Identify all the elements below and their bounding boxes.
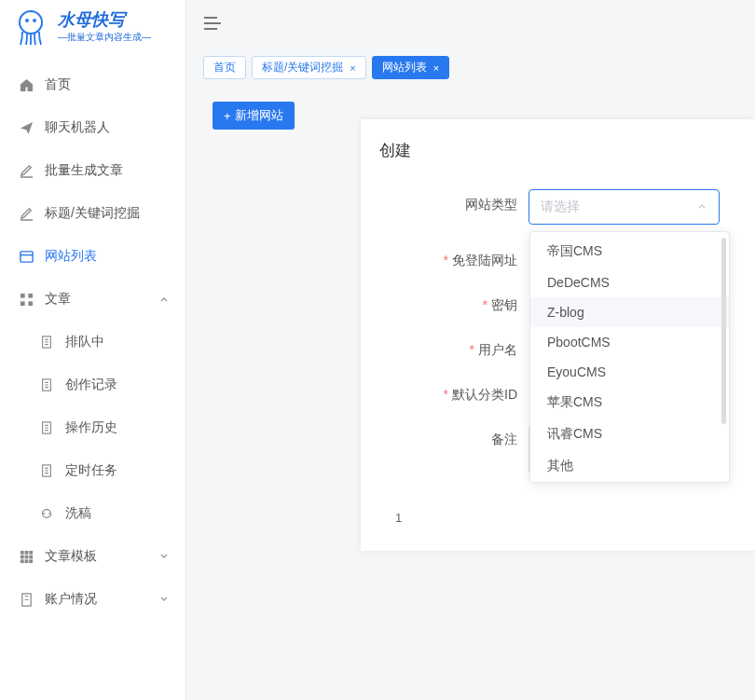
- svg-rect-16: [24, 555, 28, 558]
- sidebar: 水母快写 —批量文章内容生成— 首页 聊天机器人 批量生成文章 标题/关键词挖掘…: [0, 0, 186, 700]
- window-icon: [19, 249, 34, 264]
- svg-point-0: [20, 11, 42, 34]
- svg-rect-17: [29, 555, 33, 558]
- svg-rect-14: [29, 550, 33, 554]
- svg-point-1: [25, 19, 29, 22]
- plus-icon: +: [224, 109, 231, 123]
- form-label: *默认分类ID: [379, 379, 528, 404]
- nav: 首页 聊天机器人 批量生成文章 标题/关键词挖掘 网站列表 文章 排队中: [0, 54, 185, 621]
- chevron-down-icon: [696, 201, 707, 213]
- add-button-label: 新增网站: [235, 107, 283, 124]
- refresh-icon: [39, 506, 54, 521]
- account-icon: [19, 592, 34, 607]
- sidebar-item-label: 文章: [45, 291, 71, 308]
- sidebar-subitem-scheduled[interactable]: 定时任务: [0, 449, 185, 492]
- svg-rect-7: [28, 301, 33, 306]
- svg-rect-5: [28, 293, 33, 297]
- sidebar-subitem-history[interactable]: 操作历史: [0, 406, 185, 449]
- chevron-down-icon: [159, 552, 169, 561]
- dropdown-item[interactable]: PbootCMS: [530, 327, 729, 357]
- sidebar-item-sitelist[interactable]: 网站列表: [0, 235, 185, 278]
- svg-rect-19: [24, 559, 28, 563]
- jellyfish-icon: [11, 7, 50, 47]
- breadcrumb-label: 首页: [213, 60, 236, 75]
- breadcrumb-label: 网站列表: [382, 60, 427, 75]
- sidebar-subitem-label: 定时任务: [65, 462, 117, 479]
- dropdown-item[interactable]: DeDeCMS: [530, 268, 729, 297]
- chevron-down-icon: [159, 595, 169, 604]
- sidebar-subitem-label: 操作历史: [65, 419, 117, 436]
- required-mark: *: [444, 253, 448, 268]
- breadcrumb-sitelist[interactable]: 网站列表 ×: [372, 56, 449, 79]
- sidebar-item-account[interactable]: 账户情况: [0, 578, 185, 621]
- logo-subtitle: —批量文章内容生成—: [58, 31, 151, 44]
- sidebar-item-label: 首页: [45, 76, 71, 93]
- dropdown-item[interactable]: 讯睿CMS: [530, 419, 729, 450]
- svg-rect-20: [29, 559, 33, 563]
- sidebar-item-label: 账户情况: [45, 591, 97, 608]
- site-type-dropdown: 帝国CMS DeDeCMS Z-blog PbootCMS EyouCMS 苹果…: [529, 231, 730, 483]
- add-site-button[interactable]: + 新增网站: [213, 102, 295, 130]
- svg-rect-15: [20, 555, 23, 558]
- sidebar-item-home[interactable]: 首页: [0, 63, 185, 106]
- form-label: *免登陆网址: [379, 245, 528, 269]
- sidebar-item-label: 聊天机器人: [45, 119, 110, 136]
- sidebar-subitem-rewrite[interactable]: 洗稿: [0, 492, 185, 535]
- svg-rect-18: [20, 559, 23, 563]
- sidebar-subitem-label: 创作记录: [65, 377, 117, 393]
- site-type-select[interactable]: 请选择 帝国CMS DeDeCMS Z-blog PbootCMS EyouCM…: [528, 189, 720, 225]
- dropdown-item[interactable]: Z-blog: [530, 297, 729, 327]
- sidebar-subitem-queue[interactable]: 排队中: [0, 321, 185, 364]
- close-icon[interactable]: ×: [350, 62, 355, 74]
- svg-rect-3: [20, 251, 32, 261]
- sidebar-subitem-label: 排队中: [65, 334, 104, 350]
- required-mark: *: [470, 342, 474, 357]
- breadcrumb-keyword[interactable]: 标题/关键词挖掘 ×: [252, 56, 366, 79]
- dropdown-item[interactable]: 帝国CMS: [530, 236, 729, 268]
- modal-title: 创建: [379, 140, 727, 161]
- grid-icon: [19, 292, 34, 307]
- svg-point-2: [33, 19, 36, 22]
- dropdown-item[interactable]: 其他: [530, 450, 729, 482]
- breadcrumb-home[interactable]: 首页: [203, 56, 246, 79]
- select-placeholder: 请选择: [541, 199, 580, 215]
- sidebar-item-templates[interactable]: 文章模板: [0, 535, 185, 578]
- form-row-site-type: 网站类型 请选择 帝国CMS DeDeCMS Z-blog PbootCMS E…: [379, 189, 727, 225]
- form-label: 网站类型: [379, 189, 528, 213]
- breadcrumbs: 首页 标题/关键词挖掘 × 网站列表 ×: [186, 47, 755, 89]
- logo-title: 水母快写: [58, 10, 151, 31]
- sidebar-subitem-records[interactable]: 创作记录: [0, 364, 185, 406]
- dropdown-item[interactable]: 苹果CMS: [530, 387, 729, 419]
- doc-icon: [39, 463, 54, 478]
- doc-icon: [39, 335, 54, 350]
- form-label: *密钥: [379, 290, 528, 314]
- sidebar-item-label: 网站列表: [45, 248, 97, 265]
- hamburger-icon[interactable]: [203, 16, 222, 31]
- dropdown-item[interactable]: EyouCMS: [530, 357, 729, 387]
- sidebar-item-label: 批量生成文章: [45, 162, 123, 179]
- home-icon: [19, 77, 34, 92]
- breadcrumb-label: 标题/关键词挖掘: [262, 60, 343, 75]
- doc-icon: [39, 420, 54, 435]
- doc-icon: [39, 377, 54, 392]
- apps-icon: [19, 549, 34, 564]
- create-modal: 创建 网站类型 请选择 帝国CMS DeDeCMS Z-blog PbootCM…: [361, 119, 755, 551]
- sidebar-item-chatbot[interactable]: 聊天机器人: [0, 106, 185, 149]
- send-icon: [19, 120, 34, 135]
- scrollbar[interactable]: [721, 238, 726, 424]
- main: 首页 标题/关键词挖掘 × 网站列表 × + 新增网站 创建 网站类型 请选择: [186, 0, 755, 700]
- svg-rect-4: [20, 293, 24, 297]
- close-icon[interactable]: ×: [433, 62, 439, 74]
- edit-icon: [19, 163, 34, 178]
- sidebar-subitem-label: 洗稿: [65, 505, 91, 522]
- required-mark: *: [483, 297, 487, 312]
- sidebar-item-batch-gen[interactable]: 批量生成文章: [0, 149, 185, 192]
- required-mark: *: [444, 387, 448, 402]
- sidebar-item-keyword[interactable]: 标题/关键词挖掘: [0, 192, 185, 235]
- svg-rect-13: [24, 550, 28, 554]
- svg-rect-12: [20, 550, 23, 554]
- page-number: 1: [395, 511, 402, 525]
- chevron-up-icon: [159, 295, 169, 304]
- sidebar-item-articles[interactable]: 文章: [0, 278, 185, 321]
- form-label: *用户名: [379, 335, 528, 359]
